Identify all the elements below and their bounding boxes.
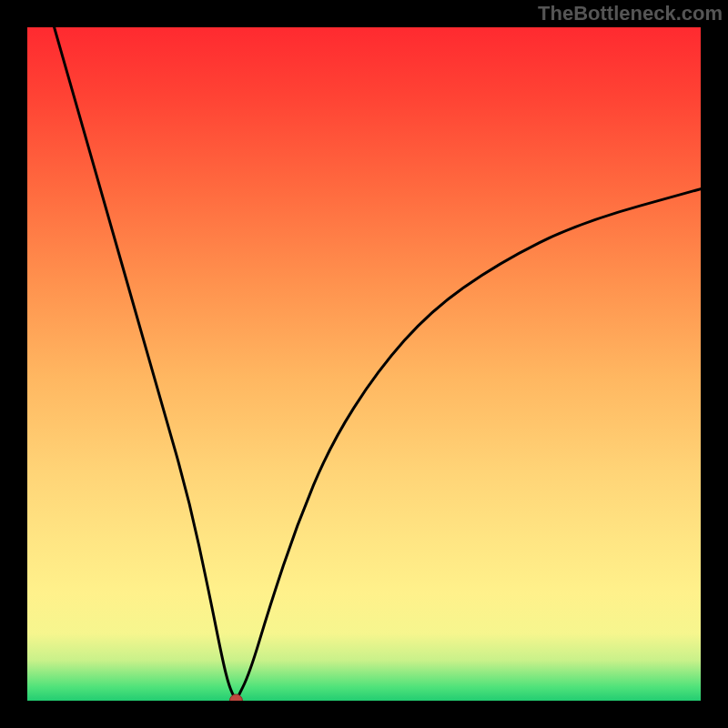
watermark-text: TheBottleneck.com [538,2,723,25]
minimum-marker [229,694,242,701]
chart-frame [27,27,701,701]
chart-svg [27,27,701,701]
series-group [55,27,701,701]
bottleneck-curve [55,27,701,701]
